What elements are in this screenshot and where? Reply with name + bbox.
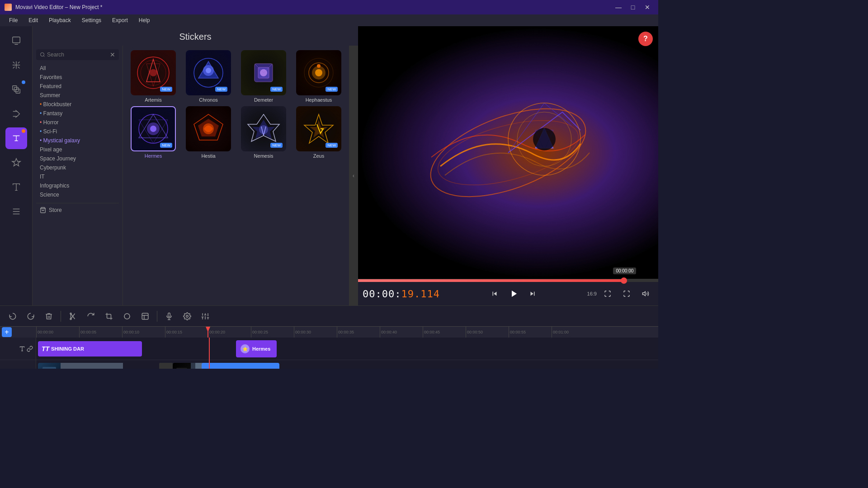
cat-favorites[interactable]: Favorites [36,73,119,82]
video-thumb-1 [38,363,61,369]
artemis-new-badge: NEW [160,87,172,92]
sticker-clip-icon: ⭐ [241,344,250,353]
stickers-header: Stickers [33,26,358,46]
search-input[interactable] [47,52,108,58]
maximize-button[interactable]: □ [627,3,639,12]
audio-icon [165,312,173,320]
svg-point-14 [206,68,211,73]
tool-titles[interactable] [5,127,27,149]
tool-transitions[interactable] [5,103,27,125]
ruler-mark-2: 00:00:10 [122,327,165,338]
content-area: Stickers ✕ All Favorites Featured Summer [33,26,658,305]
transition-icon [162,368,170,369]
search-clear-button[interactable]: ✕ [110,51,115,58]
text-clip[interactable]: TT SHINING DAR [38,341,142,357]
cat-space-journey[interactable]: Space Journey [36,154,119,163]
sticker-chronos[interactable]: NEW Chronos [183,50,234,103]
color-button[interactable] [119,309,135,324]
cat-infographics[interactable]: Infographics [36,181,119,190]
sticker-nemesis[interactable]: NEW Nemesis [238,106,289,159]
audio-button[interactable] [161,309,177,324]
cat-all[interactable]: All [36,64,119,73]
transition-clip[interactable] [159,363,173,369]
overlays-badge [22,80,25,84]
timecode: 00:00:19.114 [363,288,440,300]
sticker-zeus[interactable]: NEW Zeus [293,106,344,159]
sticker-demeter-thumb: NEW [241,50,286,95]
delete-icon [45,312,53,320]
menu-help[interactable]: Help [134,16,155,24]
menu-export[interactable]: Export [108,16,132,24]
collapse-panel-button[interactable]: ‹ [349,46,358,305]
crop-icon [604,290,611,297]
right-controls: 16:9 [587,286,654,302]
equalizer-button[interactable] [197,309,213,324]
volume-button[interactable] [637,286,654,302]
settings-button[interactable] [179,309,195,324]
audio-clip[interactable] [202,363,279,369]
menubar: File Edit Playback Settings Export Help [0,14,658,26]
sticker-clip[interactable]: ⭐ Hermes [236,340,277,357]
titles-icon [11,133,21,143]
cat-science[interactable]: Science [36,190,119,199]
cut-button[interactable] [65,309,81,324]
sticker-hephaestus[interactable]: NEW Hephaestus [293,50,344,103]
menu-settings[interactable]: Settings [77,16,106,24]
crop-button[interactable] [101,309,117,324]
cat-summer[interactable]: Summer [36,91,119,100]
time-frames: 19.114 [401,288,439,300]
undo-button[interactable] [5,309,21,324]
sticker-hermes[interactable]: NEW Hermes [127,106,179,159]
main-layout: Stickers ✕ All Favorites Featured Summer [0,26,658,305]
sticker-artemis-thumb: NEW [131,50,176,95]
progress-bar[interactable]: 00:00:00 [358,279,658,282]
menu-file[interactable]: File [5,16,22,24]
timeline-ruler: + 00:00:00 00:00:05 00:00:10 00:00:15 00… [0,327,658,338]
fullscreen-crop-button[interactable] [599,286,616,302]
cutout-button[interactable] [137,309,153,324]
tool-import[interactable] [5,30,27,52]
preview-video-bg [358,26,658,279]
sticker-demeter[interactable]: NEW Demeter [238,50,289,103]
cat-it[interactable]: IT [36,172,119,181]
tool-list[interactable] [5,201,27,222]
tool-stickers[interactable] [5,152,27,174]
titlebar-left: Movavi Video Editor – New Project * [5,4,103,11]
ruler-mark-1: 00:00:05 [79,327,122,338]
help-button[interactable]: ? [638,32,653,46]
skip-end-button[interactable] [524,286,541,302]
minimize-button[interactable]: — [612,3,625,12]
play-button[interactable] [505,285,523,303]
cat-sci-fi[interactable]: Sci-Fi [36,127,119,136]
store-button[interactable]: Store [36,203,119,217]
menu-edit[interactable]: Edit [24,16,42,24]
cat-featured[interactable]: Featured [36,82,119,91]
cat-blockbuster[interactable]: Blockbuster [36,100,119,109]
cat-horror[interactable]: Horror [36,118,119,127]
toolbar-separator-2 [157,311,157,322]
delete-button[interactable] [41,309,57,324]
tool-overlays[interactable] [5,79,27,100]
ruler-marks: 00:00:00 00:00:05 00:00:10 00:00:15 00:0… [36,327,594,338]
tool-text[interactable] [5,176,27,198]
cat-pixel-age[interactable]: Pixel age [36,145,119,154]
cat-fantasy[interactable]: Fantasy [36,109,119,118]
cat-cyberpunk[interactable]: Cyberpunk [36,163,119,172]
ruler-mark-12: 00:01:00 [552,327,594,338]
tool-effects[interactable] [5,54,27,76]
redo-icon [27,312,35,320]
cat-mystical-galaxy[interactable]: Mystical galaxy [36,136,119,145]
sticker-hestia[interactable]: Hestia [183,106,234,159]
fullscreen-button[interactable] [618,286,635,302]
redo-button[interactable] [23,309,39,324]
sticker-grid: NEW Artemis [123,46,349,305]
progress-thumb[interactable] [621,277,627,284]
sticker-artemis[interactable]: NEW Artemis [127,50,179,103]
rotate-button[interactable] [83,309,99,324]
skip-start-button[interactable] [486,286,503,302]
add-track-button[interactable]: + [2,327,12,337]
video-clip-1[interactable]: Pexels Videos 4703.mp4 [38,363,160,369]
window-controls[interactable]: — □ ✕ [612,3,654,12]
menu-playback[interactable]: Playback [44,16,75,24]
close-button[interactable]: ✕ [641,3,654,12]
